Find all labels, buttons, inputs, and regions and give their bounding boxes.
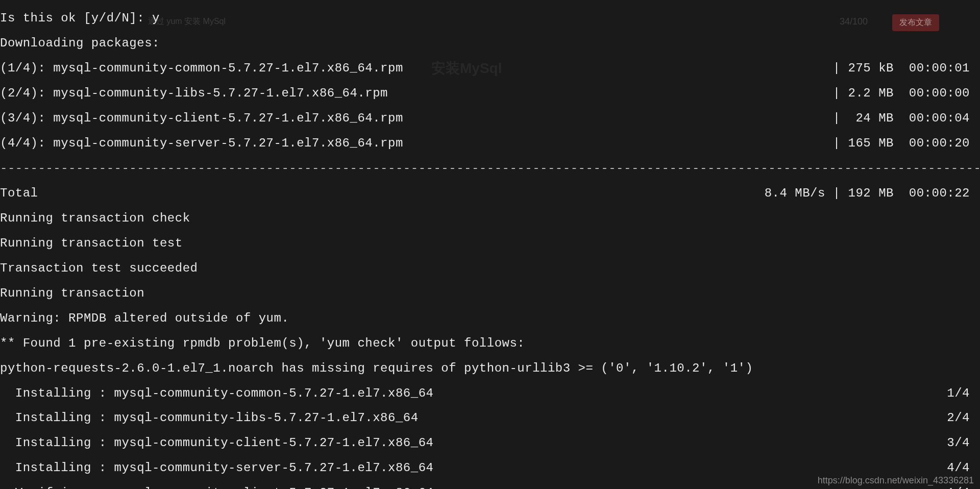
step-count: 1/4: [947, 487, 980, 489]
step-count: 1/4: [947, 387, 980, 400]
download-pkg: (3/4): mysql-community-client-5.7.27-1.e…: [0, 112, 403, 125]
separator-line: ----------------------------------------…: [0, 162, 980, 175]
warning-line: Warning: RPMDB altered outside of yum.: [0, 312, 980, 325]
total-row: Total8.4 MB/s | 192 MB 00:00:22: [0, 187, 980, 200]
download-pkg: (1/4): mysql-community-common-5.7.27-1.e…: [0, 62, 403, 75]
download-size: | 2.2 MB 00:00:00: [833, 87, 980, 100]
missing-requires-line: python-requests-2.6.0-1.el7_1.noarch has…: [0, 362, 980, 375]
step-label: Installing : mysql-community-common-5.7.…: [0, 387, 433, 400]
yum-check-line: ** Found 1 pre-existing rpmdb problem(s)…: [0, 337, 980, 350]
step-label: Verifying : mysql-community-client-5.7.2…: [0, 487, 433, 489]
install-step: Installing : mysql-community-server-5.7.…: [0, 462, 980, 474]
step-count: 2/4: [947, 412, 980, 424]
terminal-output: Is this ok [y/d/N]: y Downloading packag…: [0, 0, 980, 489]
install-step: Installing : mysql-community-libs-5.7.27…: [0, 412, 980, 424]
total-value: 8.4 MB/s | 192 MB 00:00:22: [765, 187, 980, 200]
step-count: 3/4: [947, 437, 980, 449]
transaction-line: Running transaction check: [0, 212, 980, 225]
download-row: (3/4): mysql-community-client-5.7.27-1.e…: [0, 112, 980, 125]
download-size: | 165 MB 00:00:20: [833, 137, 980, 150]
downloading-header: Downloading packages:: [0, 37, 980, 50]
download-row: (1/4): mysql-community-common-5.7.27-1.e…: [0, 62, 980, 75]
download-size: | 275 kB 00:00:01: [833, 62, 980, 75]
step-count: 4/4: [947, 462, 980, 474]
step-label: Installing : mysql-community-libs-5.7.27…: [0, 412, 419, 424]
transaction-line: Running transaction test: [0, 237, 980, 250]
verify-step: Verifying : mysql-community-client-5.7.2…: [0, 487, 980, 489]
download-pkg: (2/4): mysql-community-libs-5.7.27-1.el7…: [0, 87, 388, 100]
total-label: Total: [0, 187, 38, 200]
transaction-line: Running transaction: [0, 287, 980, 300]
download-pkg: (4/4): mysql-community-server-5.7.27-1.e…: [0, 137, 403, 150]
watermark: https://blog.csdn.net/weixin_43336281: [818, 475, 974, 486]
step-label: Installing : mysql-community-client-5.7.…: [0, 437, 433, 449]
step-label: Installing : mysql-community-server-5.7.…: [0, 462, 433, 474]
download-row: (2/4): mysql-community-libs-5.7.27-1.el7…: [0, 87, 980, 100]
install-step: Installing : mysql-community-client-5.7.…: [0, 437, 980, 449]
download-size: | 24 MB 00:00:04: [833, 112, 980, 125]
transaction-line: Transaction test succeeded: [0, 262, 980, 275]
install-step: Installing : mysql-community-common-5.7.…: [0, 387, 980, 400]
download-row: (4/4): mysql-community-server-5.7.27-1.e…: [0, 137, 980, 150]
prompt-line: Is this ok [y/d/N]: y: [0, 12, 980, 25]
